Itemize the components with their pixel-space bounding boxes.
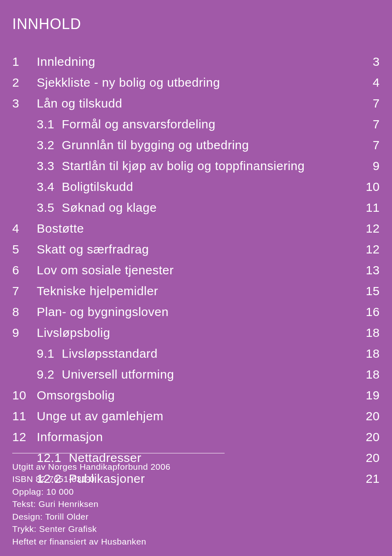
toc-label: Lov om sosiale tjenester [37, 261, 355, 279]
credit-line: Tekst: Guri Henriksen [12, 498, 380, 510]
toc-label: Omsorgsbolig [37, 386, 355, 404]
toc-label: Tekniske hjelpemidler [37, 282, 355, 300]
toc-label: Livsløpsstandard [62, 344, 355, 363]
credits: Utgitt av Norges Handikapforbund 2006ISB… [12, 461, 380, 548]
toc-label: Bostøtte [37, 219, 355, 238]
toc-row: 7Tekniske hjelpemidler15 [12, 282, 380, 300]
toc-page-number: 7 [355, 94, 380, 112]
toc-section-number: 1 [12, 52, 37, 71]
toc-label: Startlån til kjøp av bolig og toppfinans… [62, 157, 355, 175]
toc-page-number: 15 [355, 282, 380, 300]
toc-section-number: 3 [12, 94, 37, 112]
toc-page-number: 12 [355, 219, 380, 238]
credit-line: Utgitt av Norges Handikapforbund 2006 [12, 461, 380, 473]
toc-page-number: 11 [355, 198, 380, 217]
toc-subsection-number: 3.3 [12, 157, 54, 175]
toc-label: Universell utforming [62, 365, 355, 383]
toc-section-number: 9 [12, 323, 37, 342]
toc-subsection-number: 3.2 [12, 136, 54, 154]
toc-label: Grunnlån til bygging og utbedring [62, 136, 355, 154]
toc-page-number: 3 [355, 52, 380, 71]
toc-label: Plan- og bygningsloven [37, 303, 355, 321]
toc-page-number: 7 [355, 136, 380, 154]
toc-row: 3.2Grunnlån til bygging og utbedring7 [12, 136, 380, 154]
toc-page-number: 4 [355, 73, 380, 92]
toc-label: Innledning [37, 52, 355, 71]
toc-subsection-number: 3.4 [12, 177, 54, 196]
toc-label: Formål og ansvarsfordeling [62, 115, 355, 133]
toc-row: 9Livsløpsbolig18 [12, 323, 380, 342]
toc-row: 8Plan- og bygningsloven16 [12, 303, 380, 321]
toc-row: 9.1Livsløpsstandard18 [12, 344, 380, 363]
toc-section-number: 11 [12, 407, 37, 425]
toc-page-number: 7 [355, 115, 380, 133]
credit-line: Design: Torill Older [12, 511, 380, 523]
toc-section-number: 6 [12, 261, 37, 279]
table-of-contents: 1Innledning32Sjekkliste - ny bolig og ut… [12, 52, 380, 488]
toc-row: 2Sjekkliste - ny bolig og utbedring4 [12, 73, 380, 92]
toc-page-number: 10 [355, 177, 380, 196]
footer: Utgitt av Norges Handikapforbund 2006ISB… [12, 453, 380, 548]
toc-subsection-number: 3.1 [12, 115, 54, 133]
toc-page-number: 12 [355, 240, 380, 258]
toc-section-number: 2 [12, 73, 37, 92]
toc-row: 3.3Startlån til kjøp av bolig og toppfin… [12, 157, 380, 175]
toc-row: 3.1Formål og ansvarsfordeling7 [12, 115, 380, 133]
toc-label: Søknad og klage [62, 198, 355, 217]
toc-section-number: 10 [12, 386, 37, 404]
toc-label: Boligtilskudd [62, 177, 355, 196]
toc-label: Skatt og særfradrag [37, 240, 355, 258]
toc-row: 4Bostøtte12 [12, 219, 380, 238]
toc-row: 12Informasjon20 [12, 428, 380, 446]
toc-row: 1Innledning3 [12, 52, 380, 71]
toc-page-number: 20 [355, 407, 380, 425]
toc-row: 6Lov om sosiale tjenester13 [12, 261, 380, 279]
toc-section-number: 12 [12, 428, 37, 446]
toc-label: Unge ut av gamlehjem [37, 407, 355, 425]
divider [12, 453, 225, 453]
toc-subsection-number: 9.2 [12, 365, 54, 383]
toc-subsection-number: 3.5 [12, 198, 54, 217]
credit-line: ISBN 82-7651-031-0 [12, 473, 380, 485]
toc-label: Lån og tilskudd [37, 94, 355, 112]
toc-row: 9.2Universell utforming18 [12, 365, 380, 383]
toc-label: Livsløpsbolig [37, 323, 355, 342]
toc-section-number: 7 [12, 282, 37, 300]
toc-label: Informasjon [37, 428, 355, 446]
toc-page-number: 9 [355, 157, 380, 175]
toc-page-number: 20 [355, 428, 380, 446]
toc-section-number: 8 [12, 303, 37, 321]
credit-line: Heftet er finansiert av Husbanken [12, 536, 380, 548]
toc-row: 3.5Søknad og klage11 [12, 198, 380, 217]
toc-page-number: 18 [355, 344, 380, 363]
toc-page-number: 18 [355, 323, 380, 342]
credit-line: Trykk: Senter Grafisk [12, 523, 380, 535]
toc-page-number: 18 [355, 365, 380, 383]
toc-subsection-number: 9.1 [12, 344, 54, 363]
toc-row: 3Lån og tilskudd7 [12, 94, 380, 112]
toc-page-number: 16 [355, 303, 380, 321]
toc-page-number: 13 [355, 261, 380, 279]
toc-section-number: 5 [12, 240, 37, 258]
toc-page-number: 19 [355, 386, 380, 404]
page-title: INNHOLD [12, 16, 380, 33]
toc-section-number: 4 [12, 219, 37, 238]
credit-line: Opplag: 10 000 [12, 486, 380, 498]
toc-row: 10Omsorgsbolig19 [12, 386, 380, 404]
toc-row: 5Skatt og særfradrag12 [12, 240, 380, 258]
toc-row: 11Unge ut av gamlehjem20 [12, 407, 380, 425]
toc-row: 3.4Boligtilskudd10 [12, 177, 380, 196]
toc-label: Sjekkliste - ny bolig og utbedring [37, 73, 355, 92]
